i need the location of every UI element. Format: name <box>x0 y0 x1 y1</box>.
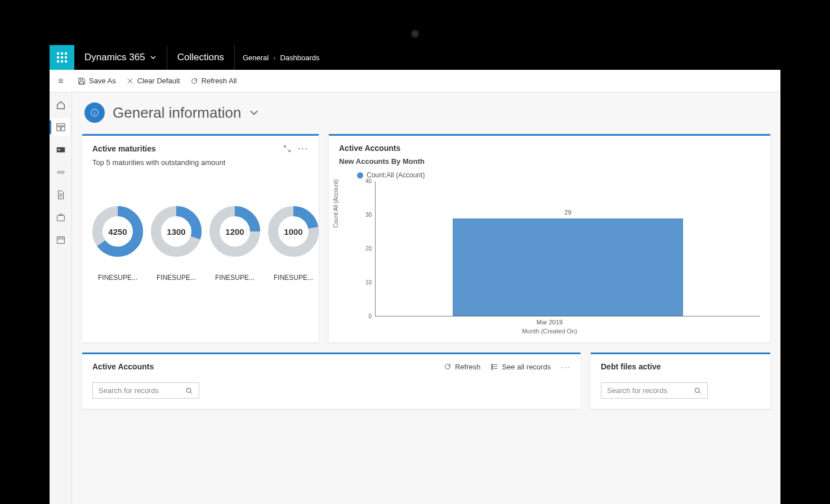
save-as-label: Save As <box>89 77 116 85</box>
donut-value: 1200 <box>209 206 260 257</box>
see-all-label: See all records <box>502 363 551 371</box>
refresh-button[interactable]: Refresh <box>444 363 481 371</box>
donut-value: 1000 <box>268 206 319 257</box>
legend-label: Count:All (Account) <box>367 171 425 179</box>
search-records-input[interactable]: Search for records <box>92 382 199 399</box>
calendar-icon <box>56 235 66 245</box>
donut-chart: 1200 <box>209 206 260 257</box>
save-as-button[interactable]: Save As <box>78 77 116 85</box>
refresh-all-label: Refresh All <box>202 77 237 85</box>
clear-default-button[interactable]: Clear Default <box>126 77 180 85</box>
svg-rect-10 <box>56 127 60 131</box>
accounts-title: Active Accounts <box>339 144 400 153</box>
widget-active-accounts-list: Active Accounts Refresh See all records <box>82 353 581 409</box>
search-placeholder: Search for records <box>607 386 667 395</box>
y-tick: 0 <box>368 313 372 319</box>
x-axis-ticks: Mar 2019 <box>339 319 760 325</box>
clear-default-label: Clear Default <box>137 77 180 85</box>
breadcrumb: General › Dashboards <box>235 45 328 70</box>
info-icon <box>90 108 100 118</box>
breadcrumb-separator: › <box>273 53 275 62</box>
donut-label: FINESUPE... <box>151 274 202 282</box>
svg-rect-5 <box>65 56 67 59</box>
maturities-subtitle: Top 5 maturities with outstanding amount <box>92 158 309 167</box>
search-records-input[interactable]: Search for records <box>601 382 708 399</box>
nav-home[interactable] <box>52 96 70 114</box>
svg-rect-7 <box>61 60 63 63</box>
breadcrumb-level-1[interactable]: General <box>243 53 269 62</box>
app-selector[interactable]: Dynamics 365 <box>74 45 167 70</box>
bar-chart: 01020304029 <box>347 181 760 316</box>
donut-chart: 4250 <box>92 206 143 257</box>
left-nav-rail <box>50 92 72 504</box>
area-selector[interactable]: Collections <box>167 45 235 70</box>
svg-rect-13 <box>57 149 60 150</box>
svg-rect-3 <box>57 56 59 59</box>
see-all-records-button[interactable]: See all records <box>490 363 551 371</box>
svg-point-25 <box>186 388 191 393</box>
donut-label: FINESUPE... <box>209 274 260 282</box>
page-title-icon-badge <box>84 102 105 123</box>
legend-marker <box>357 172 363 179</box>
refresh-all-button[interactable]: Refresh All <box>190 77 237 85</box>
refresh-icon <box>444 363 452 371</box>
more-icon[interactable]: ··· <box>561 363 570 371</box>
search-icon <box>185 387 193 395</box>
bar-value-label: 29 <box>564 209 571 216</box>
svg-rect-9 <box>56 124 64 126</box>
svg-rect-2 <box>65 52 67 55</box>
card-icon <box>56 145 66 155</box>
nav-dashboards[interactable] <box>52 118 70 136</box>
chart-legend: Count:All (Account) <box>357 171 760 179</box>
chevron-down-icon <box>150 54 157 61</box>
svg-rect-1 <box>61 52 63 55</box>
search-placeholder: Search for records <box>99 386 159 395</box>
accounts-list-title: Active Accounts <box>92 362 154 371</box>
accounts-subtitle: New Accounts By Month <box>339 157 760 166</box>
nav-cases[interactable] <box>52 208 70 226</box>
widget-debt-files-active: Debt files active Search for records <box>591 353 770 409</box>
x-axis-label: Month (Created On) <box>339 328 760 334</box>
breadcrumb-level-2[interactable]: Dashboards <box>280 53 319 62</box>
area-name: Collections <box>177 52 224 63</box>
case-icon <box>56 212 66 222</box>
refresh-label: Refresh <box>455 363 481 371</box>
maturities-title: Active maturities <box>92 144 156 153</box>
y-tick: 10 <box>365 279 372 286</box>
hamburger-button[interactable]: ≡ <box>54 76 68 86</box>
nav-accounts[interactable] <box>52 141 70 159</box>
document-icon <box>56 190 66 200</box>
page-title-row[interactable]: General information <box>84 102 770 123</box>
donut-value: 1300 <box>151 206 202 257</box>
debt-files-title: Debt files active <box>601 362 661 371</box>
svg-rect-11 <box>61 127 64 131</box>
nav-documents[interactable] <box>52 186 70 204</box>
svg-rect-4 <box>61 56 63 59</box>
waffle-icon <box>57 52 67 63</box>
refresh-icon <box>190 77 198 85</box>
device-camera <box>410 29 420 38</box>
save-icon <box>78 77 86 85</box>
donut-label: FINESUPE... <box>268 274 319 282</box>
more-icon[interactable]: ··· <box>298 144 309 154</box>
list-icon <box>490 363 498 371</box>
svg-rect-15 <box>57 237 64 244</box>
svg-rect-8 <box>65 60 67 63</box>
svg-point-26 <box>695 388 699 393</box>
app-launcher-button[interactable] <box>50 45 74 70</box>
nav-activities[interactable] <box>52 163 70 181</box>
svg-rect-14 <box>57 215 64 221</box>
donut-chart: 1000 <box>268 206 319 257</box>
app-name: Dynamics 365 <box>84 52 145 63</box>
nav-calendar[interactable] <box>52 231 70 249</box>
expand-icon[interactable] <box>283 145 291 153</box>
content-area: General information Active maturities ··… <box>72 92 780 504</box>
y-tick: 40 <box>365 178 372 184</box>
bar: 29 <box>453 218 684 316</box>
y-tick: 30 <box>365 212 372 218</box>
donut-value: 4250 <box>92 206 143 257</box>
command-bar: ≡ Save As Clear Default Refresh All <box>50 70 780 92</box>
dashboard-icon <box>56 122 66 132</box>
chevron-down-icon <box>249 108 259 118</box>
global-nav: Dynamics 365 Collections General › Dashb… <box>50 45 780 70</box>
